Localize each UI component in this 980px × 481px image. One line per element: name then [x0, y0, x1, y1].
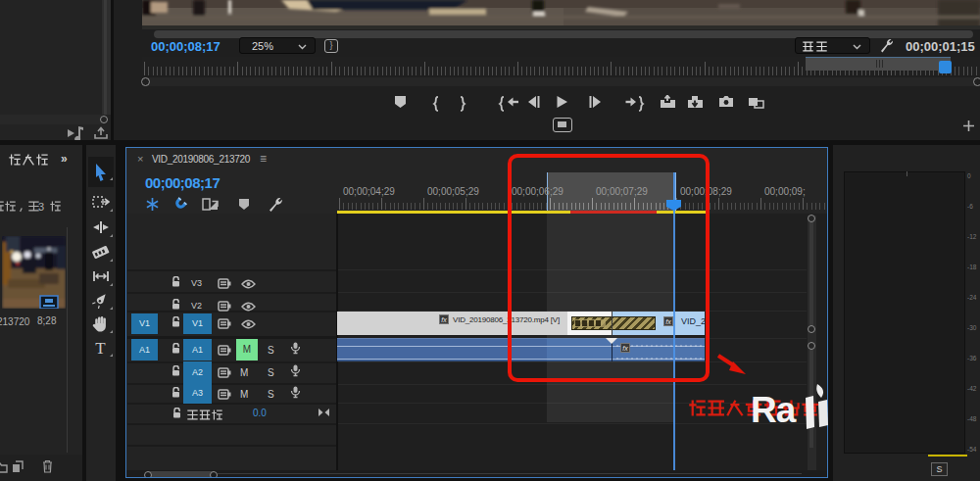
svg-text:T: T — [95, 340, 106, 356]
